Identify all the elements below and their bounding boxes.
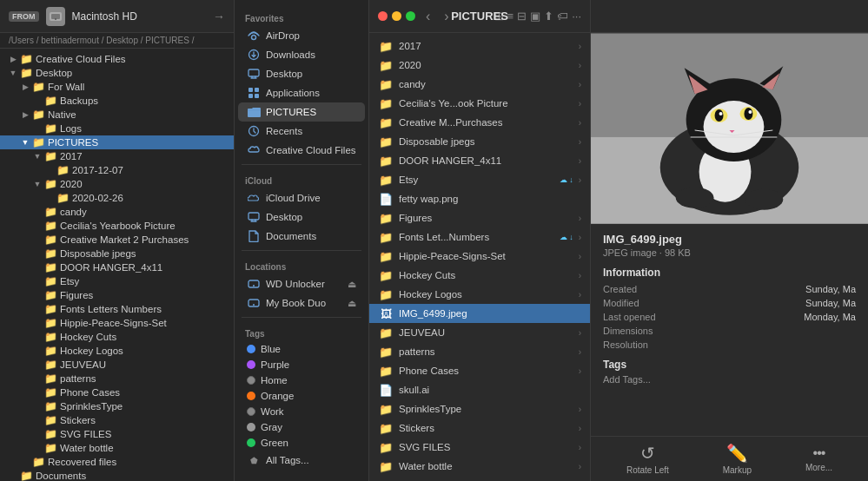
file-row[interactable]: 📄 fetty wap.png [369,189,590,208]
sidebar-item-icloud-drive[interactable]: iCloud Drive [238,188,365,208]
file-row-selected[interactable]: 🖼 IMG_6499.jpeg [369,304,590,323]
tree-item[interactable]: ▶ 📁 2020-02-26 [0,191,234,205]
tree-item[interactable]: ▶ 📁 Logs [0,122,234,135]
tree-item[interactable]: ▼ 📁 2017 [0,149,234,163]
sidebar-item-my-book-duo[interactable]: My Book Duo ⏏ [238,293,365,313]
sidebar-item-icloud-desktop[interactable]: Desktop [238,208,365,227]
file-name: 2020 [399,60,573,70]
tree-item[interactable]: ▶ 📁 candy [0,205,234,219]
sidebar-item-tag-gray[interactable]: Gray [238,419,365,435]
file-row[interactable]: 📁 2020 › [369,56,590,75]
file-row[interactable]: 📁 Etsy ☁ ↓ › [369,170,590,189]
sidebar-item-all-tags[interactable]: ⬟ All Tags... [238,451,365,470]
maximize-button[interactable] [406,11,415,21]
tree-item[interactable]: ▶ 📁 Hippie-Peace-Signs-Set [0,316,234,330]
close-button[interactable] [378,11,388,21]
sidebar-item-tag-purple[interactable]: Purple [238,357,365,372]
sidebar-label: Downloads [266,49,315,60]
tree-item[interactable]: ▶ 📁 JEUVEAU [0,358,234,372]
file-row[interactable]: 📁 Hockey Logos › [369,285,590,304]
sidebar-item-tag-orange[interactable]: Orange [238,388,365,404]
file-row[interactable]: 📁 SVG FILES › [369,438,590,457]
file-row[interactable]: 📁 Hippie-Peace-Signs-Set › [369,247,590,266]
minimize-button[interactable] [392,11,401,21]
sidebar-item-downloads[interactable]: Downloads [238,45,365,64]
file-row[interactable]: 📄 skull.ai [369,380,590,399]
file-row[interactable]: 📁 Water bottle › [369,457,590,476]
file-row[interactable]: 📁 SprinklesType › [369,399,590,418]
file-row[interactable]: 📁 Disposable jpegs › [369,132,590,151]
tree-item[interactable]: ▶ 📁 Phone Cases [0,385,234,399]
tree-item[interactable]: ▶ 📁 Disposable jpegs [0,247,234,260]
tree-item[interactable]: ▶ 📁 patterns [0,372,234,385]
eject-icon[interactable]: ⏏ [348,279,356,290]
file-row[interactable]: 📁 Hockey Cuts › [369,266,590,285]
tree-item-pictures[interactable]: ▼ 📁 PICTURES [0,135,234,149]
file-row[interactable]: 📁 JEUVEAU › [369,323,590,342]
tree-item[interactable]: ▶ 📁 SprinklesType [0,399,234,413]
file-row[interactable]: 📁 2017 › [369,36,590,56]
sidebar-item-creative-cloud[interactable]: Creative Cloud Files [238,141,365,160]
tree-item[interactable]: ▶ 📁 Etsy [0,274,234,288]
chevron-icon: › [579,42,581,51]
sidebar-item-desktop[interactable]: Desktop [238,64,365,83]
file-row[interactable]: 📁 patterns › [369,342,590,361]
sidebar-item-airdrop[interactable]: AirDrop [238,26,365,45]
tree-item[interactable]: ▶ 📁 2017-12-07 [0,163,234,177]
tree-item[interactable]: ▶ 📁 Backups [0,94,234,108]
tree-item[interactable]: ▼ 📁 Desktop [0,66,234,80]
tree-item[interactable]: ▶ 📁 SVG FILES [0,427,234,441]
sidebar-item-recents[interactable]: Recents [238,122,365,141]
tag-icon[interactable]: 🏷 [557,10,568,23]
icon-gallery-view[interactable]: ▣ [530,10,540,23]
tree-item[interactable]: ▶ 📁 Recovered files [0,455,234,469]
folder-icon: 📁 [19,68,33,78]
sidebar-item-tag-work[interactable]: Work [238,404,365,419]
sidebar-item-tag-blue[interactable]: Blue [238,341,365,357]
tree-item[interactable]: ▶ 📁 Hockey Cuts [0,330,234,344]
icloud-drive-icon [247,191,261,205]
tree-item[interactable]: ▶ 📁 DOOR HANGER_4x11 [0,260,234,274]
tree-item[interactable]: ▶ 📁 Water bottle [0,441,234,455]
file-row[interactable]: 📁 Stickers › [369,418,590,438]
tree-item[interactable]: ▼ 📁 2020 [0,177,234,191]
tree-item[interactable]: ▶ 📁 Hockey Logos [0,344,234,358]
tree-item[interactable]: ▶ 📁 For Wall [0,80,234,94]
sidebar-item-wd-unlocker[interactable]: WD Unlocker ⏏ [238,274,365,293]
tree-item[interactable]: ▶ 📁 Figures [0,288,234,302]
file-row[interactable]: 📁 Cecilia's Ye...ook Picture › [369,94,590,113]
back-button[interactable]: ‹ [422,7,434,26]
tree-item[interactable]: ▶ 📁 Creative Cloud Files [0,52,234,66]
file-row[interactable]: 📁 candy › [369,75,590,94]
tree-item[interactable]: ▶ 📁 Cecilia's Yearbook Picture [0,219,234,233]
rotate-left-button[interactable]: ↺ Rotate Left [620,439,676,478]
sidebar-item-tag-green[interactable]: Green [238,435,365,451]
file-row[interactable]: 📁 Figures › [369,208,590,227]
sidebar-item-tag-home[interactable]: Home [238,372,365,388]
add-tags[interactable]: Add Tags... [603,374,856,385]
folder-icon: 📁 [43,359,57,370]
file-row[interactable]: 📁 Creative M...Purchases › [369,113,590,132]
sidebar-item-applications[interactable]: Applications [238,83,365,102]
markup-button[interactable]: ✏️ Markup [716,439,759,478]
file-row[interactable]: 📁 DOOR HANGER_4x11 › [369,151,590,170]
tree-item[interactable]: ▶ 📁 Native [0,108,234,122]
airdrop-icon [247,29,261,43]
tree-item[interactable]: ▶ 📁 Fonts Letters Numbers [0,302,234,316]
file-row[interactable]: 📁 Fonts Let...Numbers ☁ ↓ › [369,227,590,247]
more-button[interactable]: ••• More... [798,442,839,476]
sidebar-item-documents[interactable]: Documents [238,227,365,246]
sidebar-item-pictures[interactable]: PICTURES [238,102,365,122]
tree-item[interactable]: ▶ 📁 Documents [0,469,234,481]
tree-label: Recovered files [48,457,116,467]
folder-icon: 📁 [43,318,57,328]
file-row[interactable]: 📁 Phone Cases › [369,361,590,380]
share-icon[interactable]: ⬆ [544,10,553,23]
icon-column-view[interactable]: ⊟ [517,10,527,23]
tree-toggle-icon: ▶ [31,319,43,327]
more-options-icon[interactable]: ··· [572,10,581,23]
sidebar-label: iCloud Drive [266,193,321,203]
eject-icon[interactable]: ⏏ [348,298,356,309]
tree-item[interactable]: ▶ 📁 Creative Market 2 Purchases [0,233,234,247]
tree-item[interactable]: ▶ 📁 Stickers [0,413,234,427]
